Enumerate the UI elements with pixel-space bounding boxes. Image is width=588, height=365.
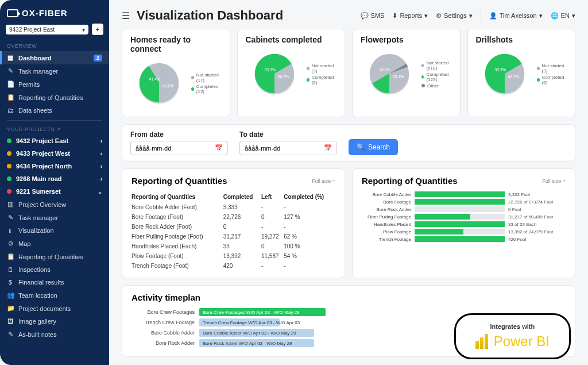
status-dot bbox=[7, 189, 11, 194]
table-header: Completed bbox=[223, 191, 261, 202]
legend-item: Not started (17) bbox=[191, 72, 222, 83]
pie-chart: 33.3% 66.7% bbox=[476, 48, 533, 102]
nav-task-manager[interactable]: ✎Task manager bbox=[0, 64, 109, 78]
bar-fill bbox=[415, 191, 505, 197]
chevron-down-icon: ▾ bbox=[572, 12, 575, 20]
settings-dropdown[interactable]: ⚙Settings▾ bbox=[436, 12, 473, 20]
legend-dot bbox=[537, 78, 540, 82]
nav-icon: 🗂 bbox=[7, 107, 14, 114]
chevron-icon: ⌄ bbox=[98, 189, 102, 195]
projects-label: YOUR PROJECTS ↗ bbox=[0, 124, 109, 135]
nav-reporting-of-qunatities[interactable]: 📋Reporting of Qunatities bbox=[0, 91, 109, 104]
project-9268-main-road[interactable]: 9268 Main road‹ bbox=[0, 172, 109, 185]
add-project-button[interactable]: + bbox=[92, 24, 103, 35]
table-header: Completed (%) bbox=[284, 191, 335, 202]
gantt-bar[interactable]: Bore Rock Adder W/O Apr 03 - W/O May 29 bbox=[199, 339, 314, 347]
nav-icon: ✎ bbox=[7, 214, 14, 221]
divider bbox=[481, 10, 481, 21]
nav-icon: ▦ bbox=[7, 54, 14, 62]
project-9433-project-west[interactable]: 9433 Project West‹ bbox=[0, 147, 109, 160]
table-header: Left bbox=[261, 191, 284, 202]
chart-title: Flowerpots bbox=[361, 35, 452, 44]
nav-permits[interactable]: 📄Permits bbox=[0, 78, 109, 91]
bar-row: Fiber Pulling Footage31,217 of 50,489 Fo… bbox=[362, 214, 566, 220]
svg-text:66.7%: 66.7% bbox=[508, 75, 519, 79]
legend: Not started (610)Completed (123)Other bbox=[421, 60, 452, 90]
powerbi-badge: Integrates with Power BI bbox=[454, 313, 571, 359]
subnav-image-gallery[interactable]: 🖼Image gallery bbox=[0, 315, 109, 328]
subnav-team-location[interactable]: 👥Team location bbox=[0, 289, 109, 302]
table-row: Fiber Pulling Footage (Foot)31,21719,272… bbox=[131, 232, 335, 241]
bar-track bbox=[415, 221, 505, 227]
sidebar: OX-FIBER 9432 Project East ▾ + OVERVIEW … bbox=[0, 0, 109, 365]
topbar: ☰ Visualization Dashboard 💬SMS ⬇Reports▾… bbox=[109, 0, 588, 29]
nav-icon: ⫾ bbox=[7, 227, 14, 234]
legend-dot bbox=[191, 76, 194, 79]
gantt-bar[interactable]: Bore Crew Footages W/O Apr 03 - W/O May … bbox=[199, 308, 326, 316]
logo: OX-FIBER bbox=[0, 0, 109, 24]
project-9221-sumerset[interactable]: 9221 Sumerset⌄ bbox=[0, 185, 109, 198]
bar-fill bbox=[415, 199, 505, 205]
nav-icon: 📋 bbox=[7, 253, 14, 260]
nav-data-sheets[interactable]: 🗂Data sheets bbox=[0, 104, 109, 117]
chevron-icon: ‹ bbox=[100, 138, 102, 144]
language-dropdown[interactable]: 🌐EN▾ bbox=[551, 12, 575, 20]
project-9434-project-north[interactable]: 9434 Project North‹ bbox=[0, 160, 109, 172]
reporting-table-card: Reporting of QuantitiesFull size + Repor… bbox=[122, 168, 345, 278]
project-9432-project-east[interactable]: 9432 Project East‹ bbox=[0, 135, 109, 147]
status-dot bbox=[7, 176, 11, 181]
svg-text:41.4%: 41.4% bbox=[149, 77, 160, 81]
powerbi-icon bbox=[475, 334, 488, 349]
legend: Not started (17)Completed (12) bbox=[191, 72, 222, 95]
table-row: Bore Cobble Adder (Foot)3,333-- bbox=[131, 202, 335, 212]
legend-item: Completed (12) bbox=[191, 84, 222, 94]
table-header: Reporting of Quantities bbox=[131, 191, 223, 202]
gantt-bar[interactable]: Trench Crew Footage W/O Apr 03 - W/O Apr… bbox=[199, 318, 280, 326]
gantt-bar[interactable]: Bore Cobble Adder W/O Apr 03 - W/O May 2… bbox=[199, 329, 314, 337]
subnav-reporting-of-qunatities[interactable]: 📋Reporting of Qunatities bbox=[0, 250, 109, 263]
panel-title: Reporting of Quantities bbox=[362, 176, 458, 186]
panel-title: Reporting of Quantities bbox=[131, 176, 227, 186]
menu-icon[interactable]: ☰ bbox=[122, 10, 130, 21]
date-filter-card: From date åååå-mm-dd📅 To date åååå-mm-dd… bbox=[122, 124, 575, 162]
table-row: Handholes Placed (Each)330100 % bbox=[131, 241, 335, 251]
nav-icon: 🖼 bbox=[7, 318, 14, 325]
chevron-down-icon: ▾ bbox=[469, 12, 473, 20]
subnav-visualization[interactable]: ⫾Visualization bbox=[0, 224, 109, 237]
nav-dashboard[interactable]: ▦Dashboard2 bbox=[0, 51, 109, 64]
from-date-input[interactable]: åååå-mm-dd📅 bbox=[130, 141, 228, 155]
legend-item: Not started (3) bbox=[537, 63, 567, 74]
user-icon: 👤 bbox=[489, 12, 497, 20]
sms-button[interactable]: 💬SMS bbox=[361, 12, 385, 20]
status-dot bbox=[7, 164, 11, 168]
svg-text:33.3%: 33.3% bbox=[494, 68, 505, 72]
user-dropdown[interactable]: 👤Tim Axelsson▾ bbox=[489, 12, 543, 20]
reports-dropdown[interactable]: ⬇Reports▾ bbox=[392, 12, 428, 20]
legend: Not started (3)Completed (6) bbox=[537, 63, 567, 86]
nav-icon: ▥ bbox=[7, 201, 14, 208]
subnav-project-documents[interactable]: 📁Project documents bbox=[0, 302, 109, 315]
subnav-financial-results[interactable]: $Financial results bbox=[0, 276, 109, 289]
powerbi-text: Power BI bbox=[494, 333, 550, 349]
subnav-as-built-notes[interactable]: ✎As-built notes bbox=[0, 328, 109, 341]
bar-fill bbox=[415, 229, 463, 235]
calendar-icon: 📅 bbox=[215, 144, 223, 152]
chart-title: Homes ready to connect bbox=[130, 35, 222, 53]
subnav-map[interactable]: ⊚Map bbox=[0, 237, 109, 250]
to-date-label: To date bbox=[239, 130, 337, 139]
subnav-task-manager[interactable]: ✎Task manager bbox=[0, 211, 109, 224]
subnav-inspections[interactable]: 🗒Inspections bbox=[0, 263, 109, 276]
fullsize-button[interactable]: Full size + bbox=[312, 178, 335, 184]
legend-dot bbox=[421, 75, 424, 79]
fullsize-button[interactable]: Full size + bbox=[542, 178, 566, 184]
badge: 2 bbox=[94, 55, 102, 62]
subnav-project-overview[interactable]: ▥Project Overview bbox=[0, 198, 109, 211]
project-selector[interactable]: 9432 Project East ▾ bbox=[6, 25, 88, 34]
panel-title: Activity timeplan bbox=[131, 293, 200, 302]
legend-item: Completed (6) bbox=[307, 75, 337, 85]
legend-dot bbox=[537, 67, 540, 70]
to-date-input[interactable]: åååå-mm-dd📅 bbox=[239, 141, 337, 155]
pie-chart: 33.3% 66.7% bbox=[246, 48, 303, 102]
search-button[interactable]: 🔍Search bbox=[349, 139, 398, 155]
nav-icon: 👥 bbox=[7, 291, 14, 299]
